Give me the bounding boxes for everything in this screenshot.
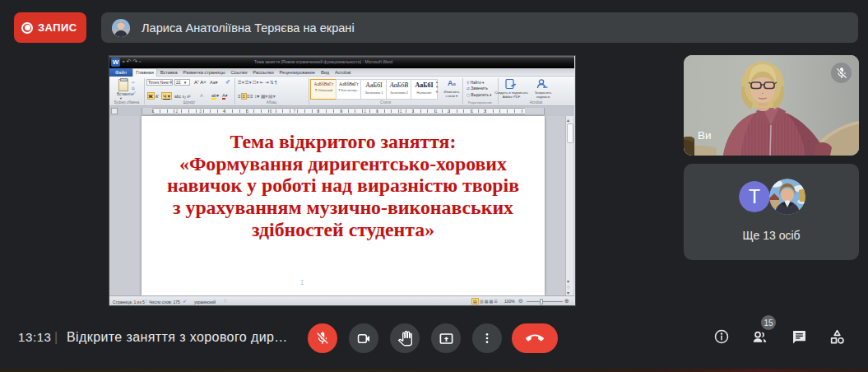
svg-text:T: T: [749, 186, 760, 207]
